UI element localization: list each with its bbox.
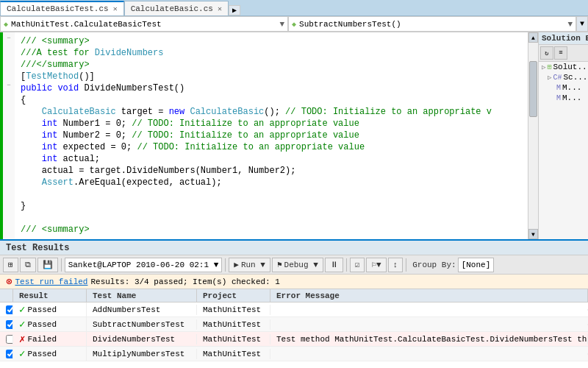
nav-scroll-btn[interactable]: ▼	[576, 16, 588, 32]
result-text: Failed	[27, 335, 57, 344]
debug-btn[interactable]: ⚑ Debug ▼	[272, 258, 323, 272]
group-by-dropdown[interactable]: [None]	[458, 258, 495, 272]
td-checkbox-1[interactable]	[0, 305, 13, 315]
run-btn[interactable]: ▶ Run ▼	[229, 258, 270, 272]
code-line: int actual;	[21, 153, 522, 165]
se-item-m2[interactable]: M M...	[539, 93, 588, 103]
filter-btn-3[interactable]: ↕	[388, 258, 404, 272]
group-by-label: Group By:	[412, 261, 456, 269]
filter-btn-1[interactable]: ☑	[350, 258, 365, 272]
se-refresh-btn[interactable]: ↻	[540, 46, 553, 60]
pass-icon: ✓	[19, 318, 25, 330]
status-detail-text: Results: 3/4 passed; Item(s) checked: 1	[90, 277, 279, 286]
run-label: Run ▼	[241, 261, 265, 269]
scroll-thumb[interactable]	[529, 61, 537, 117]
td-testname-2: SubtractNumbersTest	[87, 319, 197, 330]
code-line: int Number1 = 0; // TODO: Initialize to …	[21, 118, 522, 130]
se-cs-icon: M	[556, 94, 561, 102]
tab-calculate-basic[interactable]: CalculateBasic.cs ✕	[124, 1, 229, 15]
tab-close-btn[interactable]: ✕	[218, 4, 222, 13]
toolbar-separator-4	[406, 258, 406, 272]
code-lines: /// <summary> ///A test for DivideNumber…	[15, 32, 528, 239]
table-row[interactable]: ✗ Failed DivideNumbersTest MathUnitTest …	[0, 332, 588, 347]
code-line: {	[21, 94, 522, 106]
td-error-3: Test method MathUnitTest.CalculateBasicT…	[270, 334, 588, 344]
fold-icon-5[interactable]: −	[3, 79, 15, 91]
th-testname[interactable]: Test Name	[87, 289, 197, 302]
tab-label: CalculateBasicTest.cs	[7, 4, 109, 13]
row-checkbox[interactable]	[6, 350, 13, 358]
td-project-2: MathUnitTest	[197, 319, 270, 330]
code-line	[21, 212, 522, 224]
bottom-panel: Test Results ⊞ ⧉ 💾 Sanket@LAPTOP 2010-06…	[0, 239, 588, 368]
vertical-scrollbar[interactable]: ▲ ▼	[528, 32, 538, 239]
code-content: − − /// <summary> ///A test for DivideNu…	[0, 32, 528, 239]
code-line: }	[21, 200, 522, 212]
tab-scroll-right[interactable]: ▶	[229, 5, 240, 15]
se-item-m1[interactable]: M M...	[539, 82, 588, 93]
row-checkbox[interactable]	[6, 335, 13, 344]
se-item-solution[interactable]: ▷ ⊞ Solut...	[539, 62, 588, 72]
code-editor[interactable]: − − /// <summary> ///A test for DivideNu…	[0, 32, 528, 239]
tab-calculate-basic-test[interactable]: CalculateBasicTest.cs ✕	[0, 1, 124, 15]
se-properties-btn[interactable]: ≡	[554, 46, 567, 60]
pause-btn[interactable]: ⏸	[325, 258, 343, 272]
se-toolbar: ↻ ≡	[539, 45, 588, 62]
scroll-up-btn[interactable]: ▲	[528, 32, 538, 43]
pt-icon-btn-2[interactable]: ⧉	[20, 258, 36, 272]
test-run-failed-link[interactable]: Test run failed	[15, 277, 87, 286]
se-cs-icon: M	[556, 84, 561, 92]
se-item-label: M...	[562, 93, 581, 102]
code-line: int expected = 0; // TODO: Initialize to…	[21, 141, 522, 153]
toolbar-separator	[61, 258, 62, 272]
code-line: /// <summary>	[21, 35, 522, 47]
result-text: Passed	[27, 320, 57, 329]
toolbar-separator-2	[225, 258, 226, 272]
table-row[interactable]: ✓ Passed AddNumbersTest MathUnitTest	[0, 302, 588, 317]
class-dropdown[interactable]: ◆ MathUnitTest.CalculateBasicTest ▼	[0, 16, 288, 32]
code-line: Assert.AreEqual(expected, actual);	[21, 177, 522, 188]
td-testname-4: MultiplyNumbersTest	[87, 349, 197, 359]
nav-dropdowns: ◆ MathUnitTest.CalculateBasicTest ▼ ◆ Su…	[0, 16, 588, 32]
td-checkbox-2[interactable]	[0, 319, 13, 330]
user-dropdown[interactable]: Sanket@LAPTOP 2010-06-20 02:1 ▼	[65, 258, 223, 272]
pt-icon-btn-3[interactable]: 💾	[37, 258, 58, 272]
fold-icon-1[interactable]: −	[3, 32, 15, 44]
class-dropdown-arrow: ▼	[279, 20, 284, 29]
td-project-1: MathUnitTest	[197, 305, 270, 315]
row-checkbox[interactable]	[6, 305, 13, 314]
debug-icon: ⚑	[277, 260, 282, 269]
tab-close-btn[interactable]: ✕	[113, 4, 118, 13]
th-error[interactable]: Error Message	[270, 289, 588, 302]
class-icon: ◆	[4, 20, 8, 29]
row-checkbox[interactable]	[6, 320, 13, 329]
scroll-down-btn[interactable]: ▼	[528, 229, 538, 239]
td-testname-1: AddNumbersTest	[87, 305, 197, 315]
se-item-label: M...	[562, 83, 581, 92]
td-project-4: MathUnitTest	[197, 349, 270, 359]
scroll-track[interactable]	[528, 43, 538, 229]
pt-icon-btn-1[interactable]: ⊞	[3, 258, 18, 272]
method-dropdown-text: SubtractNumbersTest()	[299, 20, 564, 29]
table-row[interactable]: ✓ Passed MultiplyNumbersTest MathUnitTes…	[0, 347, 588, 361]
th-project[interactable]: Project	[197, 289, 270, 302]
se-item-label: Solut...	[553, 63, 588, 71]
fold-icon-6	[3, 91, 15, 103]
solution-explorer: Solution Expl... ↻ ≡ ▷ ⊞ Solut... ▷ C# S…	[538, 32, 588, 239]
se-solution-icon: ⊞	[547, 63, 551, 71]
filter-btn-2[interactable]: ⚐▼	[366, 258, 386, 272]
td-checkbox-4[interactable]	[0, 349, 13, 359]
fold-icon-2	[3, 44, 15, 56]
method-dropdown[interactable]: ◆ SubtractNumbersTest() ▼	[288, 16, 576, 32]
tab-label: CalculateBasic.cs	[131, 4, 213, 13]
se-item-label: Sc...	[563, 73, 587, 82]
table-body: ✓ Passed AddNumbersTest MathUnitTest ✓ P…	[0, 302, 588, 361]
table-row[interactable]: ✓ Passed SubtractNumbersTest MathUnitTes…	[0, 317, 588, 332]
toolbar-separator-3	[346, 258, 347, 272]
se-item-sc[interactable]: ▷ C# Sc...	[539, 72, 588, 82]
td-checkbox-3[interactable]	[0, 334, 13, 344]
code-line: CalculateBasic target = new CalculateBas…	[21, 106, 522, 118]
panel-title: Test Results	[6, 243, 69, 253]
th-result[interactable]: Result	[13, 289, 87, 302]
group-by-value: [None]	[462, 261, 491, 269]
